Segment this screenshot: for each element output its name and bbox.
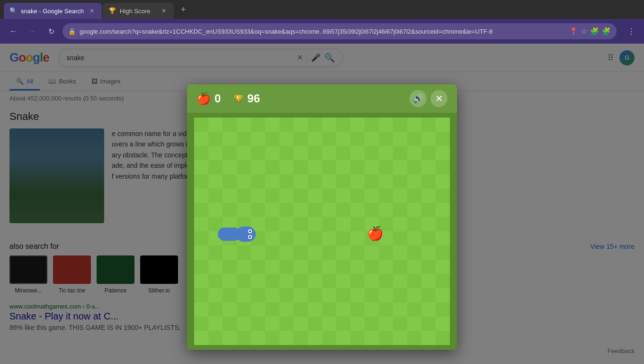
forward-button[interactable]: → bbox=[25, 24, 40, 39]
back-button[interactable]: ← bbox=[6, 24, 21, 39]
score-value: 0 bbox=[215, 92, 221, 105]
new-tab-button[interactable]: + bbox=[177, 3, 190, 16]
address-bar[interactable]: 🔒 google.com/search?q=snake&rlz=1CCHKDC_… bbox=[63, 23, 617, 39]
extension-icon-1[interactable]: 🧩 bbox=[590, 27, 599, 36]
tab-favicon-snake: 🔍 bbox=[9, 7, 17, 15]
snake bbox=[218, 227, 256, 242]
highscore-value: 96 bbox=[247, 92, 260, 105]
lock-icon: 🔒 bbox=[68, 28, 76, 35]
tab-highscore[interactable]: 🏆 High Score ✕ bbox=[103, 3, 174, 19]
browser-window: 🔍 snake - Google Search ✕ 🏆 High Score ✕… bbox=[0, 0, 644, 364]
score-apple-icon: 🍎 bbox=[197, 92, 211, 105]
board-apple: 🍎 bbox=[367, 226, 384, 241]
header-controls: 🔊 ✕ bbox=[410, 90, 447, 107]
tab-label-snake: snake - Google Search bbox=[21, 8, 84, 15]
snake-head bbox=[236, 227, 256, 242]
trophy-icon: 🏆 bbox=[234, 94, 243, 103]
score-section: 🍎 0 🏆 96 bbox=[197, 92, 402, 105]
extension-icon-2[interactable]: 🧩 bbox=[602, 27, 611, 36]
snake-game-modal: 🍎 0 🏆 96 🔊 ✕ bbox=[187, 84, 457, 350]
bookmark-icon[interactable]: ☆ bbox=[581, 27, 587, 36]
tab-bar: 🔍 snake - Google Search ✕ 🏆 High Score ✕… bbox=[0, 0, 644, 19]
snake-game-header: 🍎 0 🏆 96 🔊 ✕ bbox=[187, 84, 457, 113]
nav-right: ⋮ bbox=[624, 24, 638, 38]
location-icon[interactable]: 📍 bbox=[569, 27, 578, 36]
snake-eye-bottom bbox=[248, 235, 252, 239]
tab-snake[interactable]: 🔍 snake - Google Search ✕ bbox=[4, 3, 102, 19]
tab-label-highscore: High Score bbox=[120, 8, 156, 15]
address-icons: 📍 ☆ 🧩 🧩 bbox=[569, 27, 611, 36]
nav-bar: ← → ↻ 🔒 google.com/search?q=snake&rlz=1C… bbox=[0, 19, 644, 44]
main-content: Google snake ✕ 🎤 🔍 ⠿ G 🔍 All bbox=[0, 44, 644, 364]
volume-button[interactable]: 🔊 bbox=[410, 90, 427, 107]
snake-eye-top bbox=[248, 229, 252, 233]
tab-close-highscore[interactable]: ✕ bbox=[160, 7, 168, 15]
close-game-button[interactable]: ✕ bbox=[430, 90, 447, 107]
refresh-button[interactable]: ↻ bbox=[44, 24, 59, 39]
tab-favicon-highscore: 🏆 bbox=[108, 7, 116, 15]
menu-button[interactable]: ⋮ bbox=[624, 24, 638, 38]
tab-close-snake[interactable]: ✕ bbox=[88, 7, 96, 15]
address-text: google.com/search?q=snake&rlz=1CCHKDC_en… bbox=[80, 28, 565, 35]
game-board[interactable]: 🍎 bbox=[194, 118, 450, 345]
